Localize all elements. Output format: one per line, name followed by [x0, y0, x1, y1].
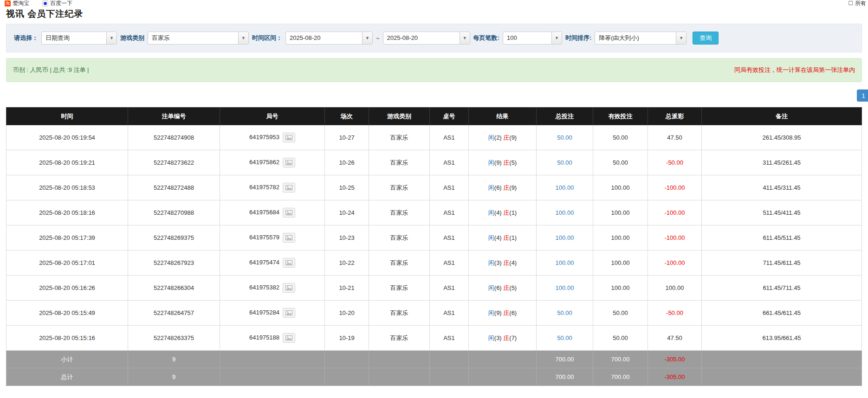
total-bet-link[interactable]: 50.00	[557, 159, 572, 166]
cell-table-no: AS1	[430, 200, 469, 225]
header-payout: 总派彩	[648, 108, 702, 125]
round-number: 641975474	[249, 259, 279, 266]
page-1-button[interactable]: 1	[857, 90, 868, 102]
foot-empty	[702, 351, 862, 368]
replay-video-icon[interactable]	[283, 183, 295, 193]
total-bet-link[interactable]: 100.00	[556, 284, 574, 291]
cell-result: 闲(6) 庄(9)	[469, 175, 537, 200]
total-bet-link[interactable]: 50.00	[557, 334, 572, 341]
cell-payout: -100.00	[648, 200, 702, 225]
cell-result: 闲(4) 庄(1)	[469, 200, 537, 225]
replay-video-icon[interactable]	[283, 158, 295, 167]
cell-time: 2025-08-20 05:19:21	[6, 150, 128, 175]
cell-remark: 613.95/661.45	[702, 326, 862, 351]
query-button[interactable]: 查询	[693, 32, 719, 45]
result-player: 闲	[488, 334, 494, 341]
table-row: 2025-08-20 05:18:16522748270988641975684…	[6, 200, 862, 225]
total-bet-link[interactable]: 100.00	[556, 234, 574, 241]
replay-video-icon[interactable]	[283, 258, 295, 268]
result-banker-score: (7)	[509, 334, 517, 341]
chevron-down-icon[interactable]: ▼	[460, 32, 470, 44]
header-table-no: 桌号	[430, 108, 469, 125]
bookmark-baidu[interactable]: 百度一下	[42, 0, 72, 6]
foot-valid-bet: 700.00	[593, 351, 648, 368]
result-banker: 庄	[503, 259, 509, 266]
cell-remark: 611.45/711.45	[702, 276, 862, 301]
cell-total-bet: 50.00	[537, 326, 593, 351]
cell-valid-bet: 100.00	[593, 250, 648, 276]
cell-bet-id: 522748267923	[128, 250, 220, 276]
round-number: 641975684	[249, 209, 279, 216]
bookmarks-bar: 淘 爱淘宝 百度一下 ☐ 所有	[0, 0, 868, 6]
cell-table-no: AS1	[430, 175, 469, 200]
cell-remark: 611.45/511.45	[702, 225, 862, 250]
replay-video-icon[interactable]	[283, 283, 295, 293]
result-player: 闲	[488, 284, 494, 291]
query-type-combobox[interactable]: 日期查询 ▼	[41, 32, 117, 45]
chevron-down-icon[interactable]: ▼	[238, 32, 248, 44]
foot-payout: -305.00	[648, 368, 702, 386]
cell-game-type: 百家乐	[369, 250, 430, 276]
chevron-down-icon[interactable]: ▼	[551, 32, 562, 44]
bookmark-taobao[interactable]: 淘 爱淘宝	[5, 0, 29, 6]
header-total-bet: 总投注	[537, 108, 593, 125]
date-range-label: 时间区间：	[252, 34, 282, 42]
sort-order-combobox[interactable]: 降幂(由大到小) ▼	[595, 32, 687, 45]
game-type-combobox[interactable]: 百家乐 ▼	[148, 32, 249, 45]
replay-video-icon[interactable]	[283, 233, 295, 243]
chevron-down-icon[interactable]: ▼	[676, 32, 686, 44]
cell-total-bet: 100.00	[537, 225, 593, 250]
chevron-down-icon[interactable]: ▼	[362, 32, 372, 44]
result-player-score: (6)	[494, 184, 502, 191]
total-bet-link[interactable]: 100.00	[556, 209, 574, 216]
replay-video-icon[interactable]	[283, 308, 295, 318]
page-size-combobox[interactable]: 100 ▼	[503, 32, 562, 45]
bookmark-folder-all[interactable]: ☐ 所有	[848, 0, 866, 6]
result-player: 闲	[488, 159, 494, 166]
cell-remark: 311.45/261.45	[702, 150, 862, 175]
cell-time: 2025-08-20 05:15:49	[6, 301, 128, 326]
foot-empty	[220, 351, 325, 368]
bookmark-taobao-label: 爱淘宝	[13, 0, 29, 6]
table-header-row: 时间 注单编号 局号 场次 游戏类别 桌号 结果 总投注 有效投注 总派彩 备注	[6, 108, 862, 125]
foot-count: 9	[128, 351, 220, 368]
foot-label: 总计	[6, 368, 128, 386]
date-from-input[interactable]: 2025-08-20 ▼	[285, 32, 373, 45]
chevron-down-icon[interactable]: ▼	[106, 32, 117, 44]
cell-table-no: AS1	[430, 250, 469, 276]
cell-total-bet: 50.00	[537, 125, 593, 150]
cell-game-type: 百家乐	[369, 225, 430, 250]
cell-remark: 661.45/611.45	[702, 301, 862, 326]
date-range-separator: ~	[376, 35, 380, 42]
cell-time: 2025-08-20 05:18:16	[6, 200, 128, 225]
date-to-input[interactable]: 2025-08-20 ▼	[383, 32, 470, 45]
cell-result: 闲(2) 庄(9)	[469, 125, 537, 150]
cell-bet-id: 522748273622	[128, 150, 220, 175]
header-round: 局号	[220, 108, 325, 125]
cell-time: 2025-08-20 05:17:39	[6, 225, 128, 250]
cell-session: 10-21	[325, 276, 369, 301]
replay-video-icon[interactable]	[283, 208, 295, 218]
cell-session: 10-20	[325, 301, 369, 326]
cell-session: 10-27	[325, 125, 369, 150]
cell-remark: 261.45/308.95	[702, 125, 862, 150]
total-bet-link[interactable]: 50.00	[557, 309, 572, 316]
note-text: 同局有效投注，统一计算在该局第一张注单内	[734, 66, 855, 74]
cell-round: 641975284	[220, 301, 325, 326]
cell-result: 闲(9) 庄(6)	[469, 301, 537, 326]
total-bet-link[interactable]: 50.00	[557, 134, 572, 141]
cell-remark: 411.45/311.45	[702, 175, 862, 200]
total-bet-link[interactable]: 100.00	[556, 259, 574, 266]
replay-video-icon[interactable]	[283, 133, 295, 142]
total-bet-link[interactable]: 100.00	[556, 184, 574, 191]
query-type-label: 请选择：	[14, 34, 38, 42]
replay-image-glyph	[285, 335, 292, 340]
cell-round: 641975862	[220, 150, 325, 175]
result-banker-score: (1)	[509, 234, 517, 241]
sort-order-label: 时间排序:	[565, 34, 591, 42]
cell-time: 2025-08-20 05:18:53	[6, 175, 128, 200]
date-from-value: 2025-08-20	[286, 32, 362, 44]
replay-video-icon[interactable]	[283, 333, 295, 343]
cell-bet-id: 522748263375	[128, 326, 220, 351]
foot-empty	[325, 351, 369, 368]
